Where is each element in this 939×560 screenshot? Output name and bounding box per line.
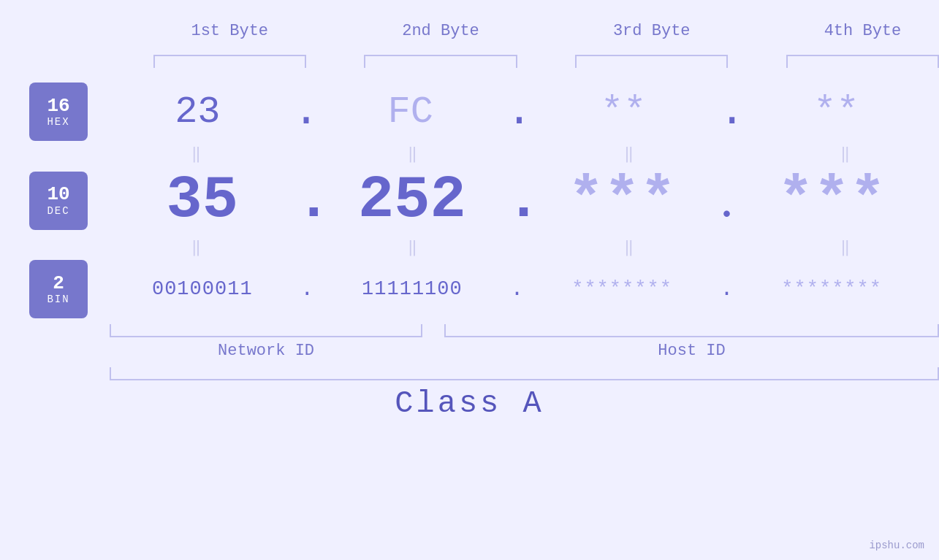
bin-badge: 2 BIN xyxy=(29,260,88,318)
hex-b1: 23 xyxy=(117,91,278,134)
bin-values: 00100011 . 11111100 . ******** . *******… xyxy=(110,278,939,300)
id-labels-row: Network ID Host ID xyxy=(110,342,939,360)
dot-bin-3: . xyxy=(716,278,738,300)
eq-row-2: ‖ ‖ ‖ ‖ xyxy=(110,237,939,257)
bottom-bracket-row xyxy=(110,324,939,337)
eq4: ‖ xyxy=(759,144,939,164)
network-bracket xyxy=(110,324,422,337)
hex-b2: FC xyxy=(330,91,491,134)
bracket-byte4 xyxy=(786,55,939,68)
class-label: Class A xyxy=(395,386,544,421)
dot-dec-3: • xyxy=(716,204,738,226)
dot-hex-1: . xyxy=(293,90,315,134)
dec-row: 10 DEC 35 . 252 . *** • *** xyxy=(0,166,939,234)
watermark: ipshu.com xyxy=(869,540,924,551)
bin-b4: ******** xyxy=(740,278,923,300)
dec-b3: *** xyxy=(531,166,713,234)
full-bracket xyxy=(110,367,939,380)
dot-bin-2: . xyxy=(506,278,528,300)
bracket-byte2 xyxy=(364,55,517,68)
byte2-header: 2nd Byte xyxy=(364,22,517,40)
network-id-label: Network ID xyxy=(110,342,422,360)
dec-b4: *** xyxy=(740,166,923,234)
bin-base-col: 2 BIN xyxy=(0,260,110,318)
dec-base-col: 10 DEC xyxy=(0,172,110,230)
eq8: ‖ xyxy=(759,237,939,257)
eq6: ‖ xyxy=(326,237,506,257)
hex-row: 16 HEX 23 . FC . ** . ** xyxy=(0,83,939,141)
bracket-byte3 xyxy=(575,55,728,68)
byte-header-row: 1st Byte 2nd Byte 3rd Byte 4th Byte xyxy=(110,22,939,40)
dot-bin-1: . xyxy=(296,278,318,300)
hex-b4: ** xyxy=(756,91,917,134)
dec-b2: 252 xyxy=(321,166,503,234)
bin-b1: 00100011 xyxy=(111,278,294,300)
bin-b2: 11111100 xyxy=(321,278,503,300)
eq1: ‖ xyxy=(110,144,290,164)
hex-base-col: 16 HEX xyxy=(0,83,110,141)
full-bracket-row xyxy=(110,367,939,380)
hex-badge: 16 HEX xyxy=(29,83,88,141)
bin-row: 2 BIN 00100011 . 11111100 . ******** . *… xyxy=(0,260,939,318)
byte4-header: 4th Byte xyxy=(786,22,939,40)
dec-badge: 10 DEC xyxy=(29,172,88,230)
bin-b3: ******** xyxy=(531,278,713,300)
eq7: ‖ xyxy=(542,237,723,257)
top-brackets xyxy=(110,55,939,68)
host-id-label: Host ID xyxy=(444,342,939,360)
eq2: ‖ xyxy=(326,144,506,164)
byte3-header: 3rd Byte xyxy=(575,22,728,40)
eq5: ‖ xyxy=(110,237,290,257)
eq3: ‖ xyxy=(542,144,723,164)
main-container: 1st Byte 2nd Byte 3rd Byte 4th Byte 16 H… xyxy=(0,0,939,560)
dec-b1: 35 xyxy=(111,166,294,234)
hex-b3: ** xyxy=(543,91,704,134)
bracket-byte1 xyxy=(153,55,306,68)
dot-hex-2: . xyxy=(506,90,528,134)
dec-values: 35 . 252 . *** • *** xyxy=(110,166,939,234)
eq-row-1: ‖ ‖ ‖ ‖ xyxy=(110,144,939,164)
dot-dec-2: . xyxy=(506,172,528,230)
byte1-header: 1st Byte xyxy=(153,22,306,40)
dot-dec-1: . xyxy=(296,172,318,230)
host-bracket xyxy=(444,324,939,337)
hex-values: 23 . FC . ** . ** xyxy=(110,90,939,134)
dot-hex-3: . xyxy=(719,90,741,134)
